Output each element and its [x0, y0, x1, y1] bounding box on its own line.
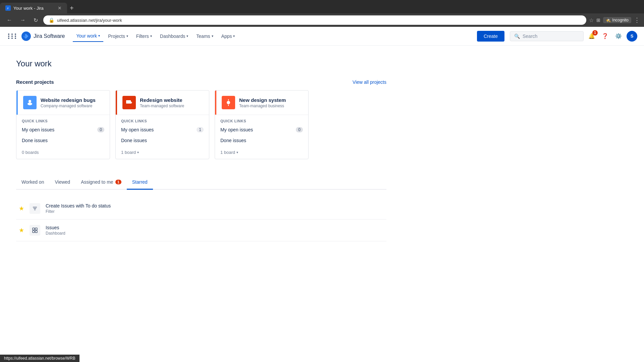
quick-link-my-open-issues[interactable]: My open issues 0: [215, 124, 308, 135]
search-bar[interactable]: 🔍 Search: [510, 31, 584, 41]
project-card-website-redesign-bugs[interactable]: Website redesign bugs Company-managed so…: [16, 90, 110, 159]
nav-your-work[interactable]: Your work ▾: [73, 31, 103, 42]
project-info: New design system Team-managed business: [239, 97, 303, 108]
svg-rect-13: [35, 228, 37, 230]
quick-links-label: QUICK LINKS: [16, 115, 110, 124]
search-placeholder: Search: [523, 34, 537, 39]
project-card-header: New design system Team-managed business: [215, 90, 308, 115]
browser-tab-active[interactable]: J Your work - Jira ✕: [0, 3, 67, 13]
help-button[interactable]: ❓: [600, 31, 610, 42]
tab-viewed[interactable]: Viewed: [49, 175, 75, 190]
project-type: Team-managed software: [140, 104, 204, 108]
forward-button[interactable]: →: [17, 16, 28, 24]
svg-point-3: [28, 103, 32, 105]
browser-toolbar: ← → ↻ 🔒 uifeed.atlassian.net/jira/your-w…: [0, 13, 644, 27]
nav-projects[interactable]: Projects ▾: [105, 31, 131, 42]
grid-icon: [8, 34, 17, 39]
menu-dots-icon[interactable]: ⋮: [634, 16, 640, 24]
main-content: Your work Recent projects View all proje…: [0, 46, 402, 255]
nav-dashboards[interactable]: Dashboards ▾: [157, 31, 192, 42]
incognito-badge: 🕵 Incognito: [603, 17, 631, 23]
gear-icon: ⚙️: [615, 33, 622, 39]
url-text: uifeed.atlassian.net/jira/your-work: [57, 18, 122, 23]
starred-list: ★ Create Issues with To do status Filter…: [16, 198, 386, 241]
reload-button[interactable]: ↻: [31, 16, 41, 25]
quick-links-label: QUICK LINKS: [215, 115, 308, 124]
chevron-down-icon: ▾: [150, 34, 152, 38]
work-tabs: Worked on Viewed Assigned to me 1 Starre…: [16, 175, 386, 190]
quick-link-done-issues[interactable]: Done issues: [116, 135, 209, 146]
tab-assigned-to-me[interactable]: Assigned to me 1: [75, 175, 127, 190]
project-card-header: Redesign website Team-managed software: [116, 90, 209, 115]
quick-link-done-issues[interactable]: Done issues: [215, 135, 308, 146]
quick-link-my-open-issues[interactable]: My open issues 1: [116, 124, 209, 135]
project-avatar: [122, 96, 136, 109]
settings-button[interactable]: ⚙️: [613, 31, 624, 42]
incognito-icon: 🕵: [606, 18, 611, 22]
star-icon[interactable]: ★: [19, 205, 24, 212]
issue-count-badge: 0: [296, 127, 303, 132]
nav-links-container: Your work ▾ Projects ▾ Filters ▾ Dashboa…: [73, 31, 477, 42]
project-card-redesign-website[interactable]: Redesign website Team-managed software Q…: [115, 90, 209, 159]
page-title: Your work: [16, 59, 386, 68]
item-name: Issues: [46, 225, 384, 230]
projects-grid: Website redesign bugs Company-managed so…: [16, 90, 386, 159]
chevron-down-icon: ▾: [212, 34, 213, 38]
tab-favicon: J: [5, 5, 11, 11]
filter-icon: [30, 203, 40, 214]
nav-teams[interactable]: Teams ▾: [193, 31, 216, 42]
apps-grid-button[interactable]: [7, 30, 19, 42]
notifications-button[interactable]: 🔔 1: [586, 31, 597, 42]
svg-point-6: [227, 101, 230, 104]
item-name: Create Issues with To do status: [46, 203, 384, 208]
svg-rect-15: [35, 231, 37, 233]
project-type: Company-managed software: [41, 104, 104, 108]
jira-logo[interactable]: Jira Software: [21, 32, 65, 41]
item-type: Dashboard: [46, 231, 384, 236]
tab-worked-on[interactable]: Worked on: [16, 175, 49, 190]
logo-text: Jira Software: [34, 33, 65, 39]
project-footer: 0 boards: [16, 146, 110, 159]
chevron-down-icon: ▾: [126, 34, 128, 38]
chevron-down-icon: ▾: [233, 34, 235, 38]
chevron-down-icon: ▾: [186, 34, 188, 38]
bookmark-icon[interactable]: ☆: [589, 17, 594, 23]
boards-link[interactable]: 0 boards: [22, 150, 104, 155]
nav-filters[interactable]: Filters ▾: [133, 31, 155, 42]
nav-apps[interactable]: Apps ▾: [218, 31, 238, 42]
tab-starred[interactable]: Starred: [127, 175, 153, 190]
item-details: Issues Dashboard: [46, 225, 384, 236]
quick-link-my-open-issues[interactable]: My open issues 0: [16, 124, 110, 135]
browser-tabs-bar: J Your work - Jira ✕ +: [0, 0, 644, 13]
boards-link[interactable]: 1 board ▾: [121, 150, 204, 155]
url-bar[interactable]: 🔒 uifeed.atlassian.net/jira/your-work: [43, 15, 586, 25]
project-name: New design system: [239, 97, 303, 103]
project-info: Redesign website Team-managed software: [140, 97, 204, 108]
jira-app: Jira Software Your work ▾ Projects ▾ Fil…: [0, 27, 644, 349]
section-title: Recent projects: [16, 79, 54, 85]
svg-rect-14: [33, 231, 35, 233]
chevron-down-icon: ▾: [137, 150, 139, 154]
create-button[interactable]: Create: [477, 31, 504, 42]
star-icon[interactable]: ★: [19, 227, 24, 234]
tab-close-button[interactable]: ✕: [58, 5, 62, 11]
tab-title: Your work - Jira: [13, 6, 44, 11]
quick-links-label: QUICK LINKS: [116, 115, 209, 124]
quick-link-done-issues[interactable]: Done issues: [16, 135, 110, 146]
tabs-list: Worked on Viewed Assigned to me 1 Starre…: [16, 175, 386, 189]
list-item[interactable]: ★ Issues Dashboard: [16, 220, 386, 241]
issue-count-badge: 0: [97, 127, 104, 132]
svg-point-2: [29, 100, 31, 103]
back-button[interactable]: ←: [4, 16, 15, 24]
user-avatar[interactable]: S: [627, 31, 637, 42]
new-tab-button[interactable]: +: [67, 4, 76, 12]
project-avatar: [23, 96, 37, 109]
boards-link[interactable]: 1 board ▾: [220, 150, 303, 155]
chevron-down-icon: ▾: [236, 150, 238, 154]
issue-count-badge: 1: [197, 127, 204, 132]
list-item[interactable]: ★ Create Issues with To do status Filter: [16, 198, 386, 220]
project-card-new-design-system[interactable]: New design system Team-managed business …: [215, 90, 309, 159]
view-all-projects-link[interactable]: View all projects: [353, 79, 386, 85]
project-avatar: [222, 96, 235, 109]
svg-rect-12: [33, 228, 35, 230]
